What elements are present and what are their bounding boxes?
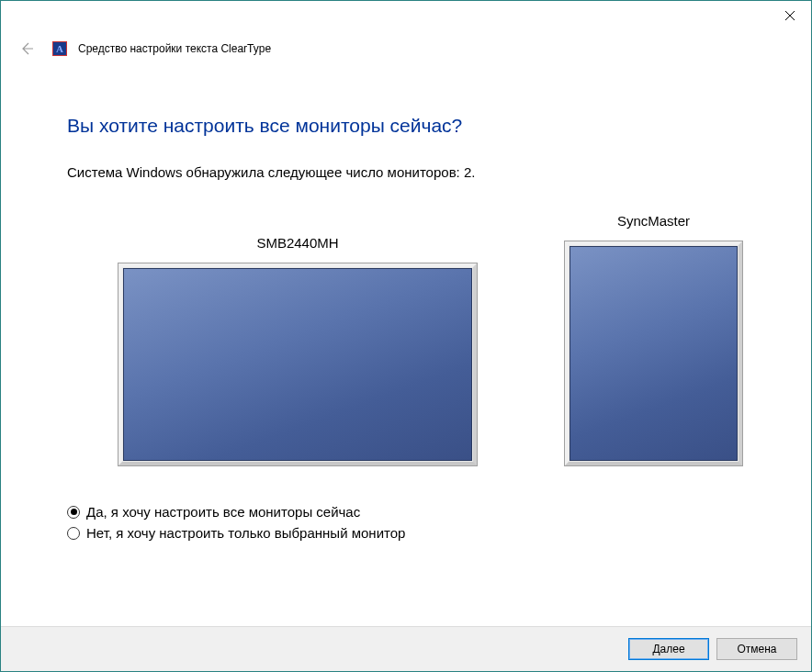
- monitor-selection: SMB2440MH SyncMaster: [67, 213, 756, 465]
- close-button[interactable]: [769, 2, 811, 29]
- monitor-1-label: SMB2440MH: [256, 235, 338, 251]
- radio-tune-selected-label: Нет, я хочу настроить только выбранный м…: [86, 525, 405, 541]
- radio-group: Да, я хочу настроить все мониторы сейчас…: [67, 504, 756, 541]
- monitor-2[interactable]: [565, 241, 742, 465]
- radio-icon: [67, 527, 80, 540]
- monitor-1[interactable]: [118, 263, 477, 465]
- back-button[interactable]: [17, 39, 36, 58]
- footer: Далее Отмена: [1, 626, 811, 671]
- radio-tune-selected[interactable]: Нет, я хочу настроить только выбранный м…: [67, 525, 756, 541]
- cancel-button[interactable]: Отмена: [716, 638, 797, 660]
- header: A Средство настройки текста ClearType: [1, 30, 811, 67]
- titlebar: [1, 1, 811, 30]
- monitor-1-col: SMB2440MH: [118, 235, 477, 465]
- app-title: Средство настройки текста ClearType: [78, 42, 271, 55]
- monitor-2-screen: [570, 246, 738, 461]
- back-arrow-icon: [19, 41, 34, 56]
- page-subtext: Система Windows обнаружила следующее чис…: [67, 164, 756, 180]
- close-icon: [785, 11, 795, 20]
- radio-tune-all[interactable]: Да, я хочу настроить все мониторы сейчас: [67, 504, 756, 520]
- app-icon: A: [52, 41, 67, 56]
- monitor-2-col: SyncMaster: [565, 213, 742, 465]
- radio-tune-all-label: Да, я хочу настроить все мониторы сейчас: [86, 504, 360, 520]
- page-heading: Вы хотите настроить все мониторы сейчас?: [67, 115, 756, 137]
- radio-icon: [67, 506, 80, 519]
- monitor-2-label: SyncMaster: [617, 213, 690, 229]
- monitor-1-screen: [123, 268, 472, 461]
- next-button[interactable]: Далее: [628, 638, 709, 660]
- content-area: Вы хотите настроить все мониторы сейчас?…: [1, 67, 811, 626]
